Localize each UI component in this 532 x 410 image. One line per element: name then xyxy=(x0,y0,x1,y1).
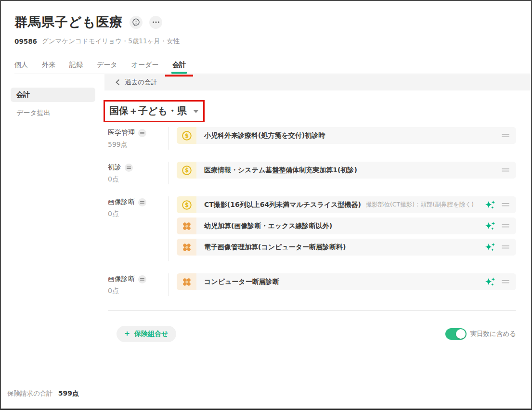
group-points: 599点 xyxy=(108,141,169,149)
billing-item-row[interactable]: $ CT撮影(16列以上64列未満マルチスライス型機器) 撮影部位(CT撮影)：… xyxy=(177,196,516,213)
row-icon-tile: $ xyxy=(177,196,196,213)
sidebar-item-accounting-label: 会計 xyxy=(16,90,30,99)
chevron-left-icon xyxy=(115,79,120,86)
row-icon-tile: $ xyxy=(177,162,196,179)
patient-tabs: 個人 外来 記録 データ オーダー 会計 xyxy=(14,61,532,74)
dollar-coin-icon: $ xyxy=(182,130,192,141)
billing-group: 画像診断 0点 コンピューター断層診断 xyxy=(108,273,516,296)
accounting-main: 過去の会計 国保＋子ども・県 医学管理 599点 xyxy=(104,74,531,377)
row-icon-tile xyxy=(177,239,196,256)
row-subtext: 撮影部位(CT撮影)：頭部(副鼻腔を除く) xyxy=(366,201,474,209)
row-icon-tile xyxy=(177,273,196,290)
annotation-red-box: 国保＋子ども・県 xyxy=(104,100,205,122)
row-drag-handle-icon[interactable] xyxy=(502,203,509,207)
group-points: 0点 xyxy=(108,210,169,218)
group-rows: $ CT撮影(16列以上64列未満マルチスライス型機器) 撮影部位(CT撮影)：… xyxy=(169,196,516,261)
bandage-cross-icon xyxy=(182,277,192,287)
row-title: 幼児加算(画像診断・エックス線診断以外) xyxy=(204,222,332,231)
row-title: CT撮影(16列以上64列未満マルチスライス型機器) xyxy=(204,201,361,209)
dollar-coin-icon: $ xyxy=(182,200,192,210)
tab-orders[interactable]: オーダー xyxy=(131,61,159,69)
svg-text:$: $ xyxy=(185,132,189,139)
group-drag-handle-icon[interactable] xyxy=(138,129,146,137)
group-category: 医学管理 xyxy=(108,128,135,137)
sparkles-icon[interactable] xyxy=(484,221,496,231)
row-title: 電子画像管理加算(コンピューター断層診断料) xyxy=(204,243,346,252)
tab-data[interactable]: データ xyxy=(97,61,117,69)
actual-days-toggle[interactable] xyxy=(445,328,467,340)
more-options-button[interactable] xyxy=(149,16,162,29)
row-drag-handle-icon[interactable] xyxy=(502,133,509,138)
row-drag-handle-icon[interactable] xyxy=(502,168,509,172)
svg-text:$: $ xyxy=(185,202,189,208)
sidebar-item-data-submission-label: データ提出 xyxy=(16,109,51,117)
group-rows: $ 小児科外来診療料(処方箋を交付)初診時 xyxy=(169,127,516,150)
caret-down-icon xyxy=(194,110,198,113)
past-accounting-label: 過去の会計 xyxy=(125,78,157,87)
patient-id: 09586 xyxy=(14,38,37,45)
billing-total-footer: 保険請求の合計 599点 xyxy=(1,378,531,409)
tab-outpatient[interactable]: 外来 xyxy=(42,61,55,69)
patient-summary: グンマケンコドモイリョウ・5歳11ヶ月・女性 xyxy=(42,37,180,46)
app-window: 群馬県子ども医療 09586 グンマケンコドモイリョウ・5歳11ヶ月・女性 xyxy=(0,0,532,410)
group-points: 0点 xyxy=(108,287,169,295)
active-tab-underline xyxy=(171,72,187,74)
group-drag-handle-icon[interactable] xyxy=(125,164,133,172)
past-accounting-link[interactable]: 過去の会計 xyxy=(104,74,531,90)
billing-item-row[interactable]: $ 医療情報・システム基盤整備体制充実加算1(初診) xyxy=(177,162,516,179)
row-icon-tile xyxy=(177,218,196,234)
group-drag-handle-icon[interactable] xyxy=(138,275,146,283)
group-drag-handle-icon[interactable] xyxy=(138,198,146,206)
plus-icon: ＋ xyxy=(123,329,131,339)
comment-alert-icon xyxy=(131,18,141,27)
more-options-icon xyxy=(152,18,160,26)
row-drag-handle-icon[interactable] xyxy=(502,280,509,284)
bandage-cross-icon xyxy=(182,242,192,253)
group-points: 0点 xyxy=(108,175,169,184)
accounting-sidebar: 会計 データ提出 xyxy=(1,74,104,377)
add-insurance-combo-label: 保険組合せ xyxy=(134,330,168,338)
row-title: 小児科外来診療料(処方箋を交付)初診時 xyxy=(204,131,325,140)
add-insurance-combo-button[interactable]: ＋ 保険組合せ xyxy=(117,326,176,342)
content-area: 会計 データ提出 過去の会計 国保＋子ども・県 xyxy=(1,74,531,377)
billing-group: 医学管理 599点 $ 小児科外来診療料(処方箋を交付)初診時 xyxy=(108,127,516,150)
bandage-cross-icon xyxy=(182,221,192,231)
group-category: 画像診断 xyxy=(108,275,135,283)
row-icon-tile: $ xyxy=(177,127,196,144)
billing-group: 画像診断 0点 $ CT撮影(16列以上64列未満マルチスライス型機器) 撮影部… xyxy=(108,196,516,261)
row-title: コンピューター断層診断 xyxy=(204,278,279,286)
section-divider xyxy=(108,310,516,311)
sparkles-icon[interactable] xyxy=(484,277,496,287)
actual-days-toggle-label: 実日数に含める xyxy=(470,330,516,338)
billing-item-row[interactable]: 幼児加算(画像診断・エックス線診断以外) xyxy=(177,218,516,234)
billing-groups: 医学管理 599点 $ 小児科外来診療料(処方箋を交付)初診時 xyxy=(108,127,516,296)
sidebar-item-data-submission[interactable]: データ提出 xyxy=(11,106,95,120)
tab-records[interactable]: 記録 xyxy=(69,61,83,69)
billing-item-row[interactable]: $ 小児科外来診療料(処方箋を交付)初診時 xyxy=(177,127,516,144)
group-category: 初診 xyxy=(108,163,121,172)
row-drag-handle-icon[interactable] xyxy=(502,245,509,249)
sparkles-icon[interactable] xyxy=(484,242,496,253)
billing-item-row[interactable]: コンピューター断層診断 xyxy=(177,273,516,290)
row-drag-handle-icon[interactable] xyxy=(502,224,509,228)
tab-accounting-label: 会計 xyxy=(172,61,186,68)
tab-accounting[interactable]: 会計 xyxy=(172,61,186,69)
sparkles-icon[interactable] xyxy=(484,200,496,210)
group-rows: コンピューター断層診断 xyxy=(169,273,516,296)
group-category: 画像診断 xyxy=(108,198,135,206)
comment-alert-button[interactable] xyxy=(130,16,143,29)
group-rows: $ 医療情報・システム基盤整備体制充実加算1(初診) xyxy=(169,162,516,184)
billing-item-row[interactable]: 電子画像管理加算(コンピューター断層診断料) xyxy=(177,239,516,256)
dollar-coin-icon: $ xyxy=(182,165,192,176)
insurance-combo-select[interactable]: 国保＋子ども・県 xyxy=(105,102,203,121)
billing-total-value: 599点 xyxy=(58,389,79,398)
svg-text:$: $ xyxy=(185,167,189,174)
billing-group: 初診 0点 $ 医療情報・システム基盤整備体制充実加算1(初診) xyxy=(108,162,516,184)
insurance-combo-label: 国保＋子ども・県 xyxy=(109,104,187,117)
patient-header: 群馬県子ども医療 09586 グンマケンコドモイリョウ・5歳11ヶ月・女性 xyxy=(1,1,531,74)
sidebar-item-accounting[interactable]: 会計 xyxy=(11,88,95,102)
row-title: 医療情報・システム基盤整備体制充実加算1(初診) xyxy=(204,166,357,175)
billing-total-label: 保険請求の合計 xyxy=(7,389,53,398)
annotation-red-underline xyxy=(165,75,193,77)
tab-personal[interactable]: 個人 xyxy=(14,61,28,69)
